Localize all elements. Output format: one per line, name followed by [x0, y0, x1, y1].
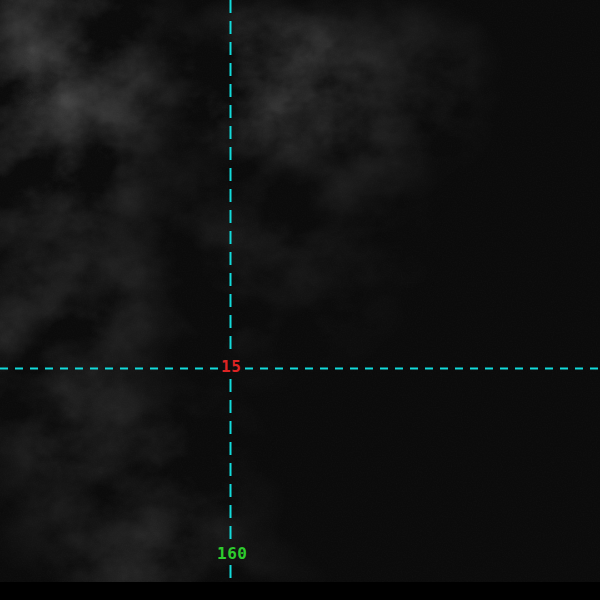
- status-bar: 1 0001 G-15 IMG 1 12 JUL 15193 050000 07…: [0, 582, 600, 600]
- longitude-label: 160: [217, 545, 247, 562]
- mcidas-image-window: 15 160 1 0001 G-15 IMG 1 12 JUL 15193 05…: [0, 0, 600, 600]
- sensor-noise-grain: [0, 0, 600, 600]
- latitude-label: 15: [221, 358, 241, 375]
- satellite-image-display[interactable]: [0, 0, 600, 600]
